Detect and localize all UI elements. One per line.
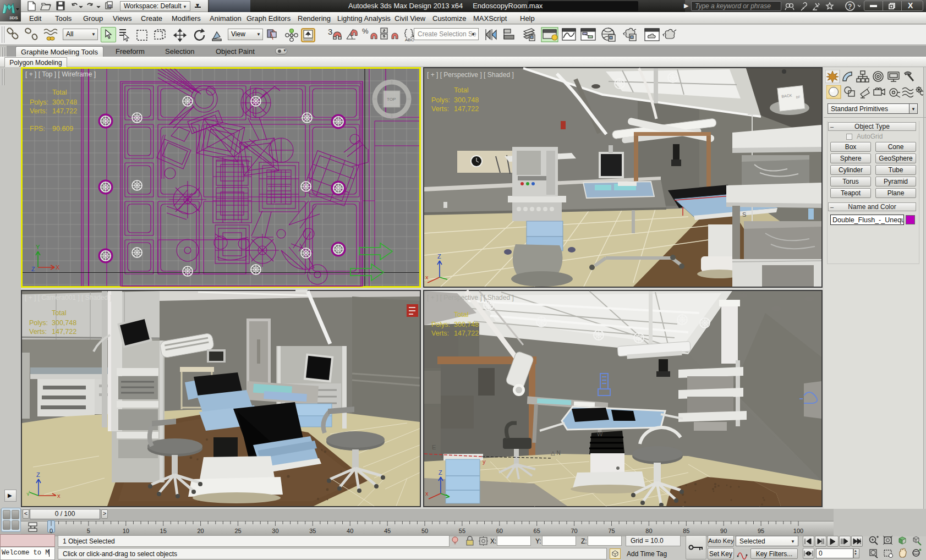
svg-text:85: 85 bbox=[683, 528, 689, 534]
svg-text:[ + ] [ Perspective ] [ Shaded: [ + ] [ Perspective ] [ Shaded ] bbox=[427, 294, 514, 301]
svg-text:S: S bbox=[742, 211, 746, 218]
svg-text:?: ? bbox=[848, 3, 852, 10]
svg-text:BF: BF bbox=[796, 95, 801, 99]
svg-text:3DS: 3DS bbox=[9, 15, 18, 20]
svg-text:FPS:: FPS: bbox=[30, 125, 45, 133]
svg-text:Total: Total bbox=[454, 86, 468, 94]
svg-text:300,748: 300,748 bbox=[52, 319, 76, 327]
svg-text:Z: Z bbox=[437, 253, 441, 260]
svg-text:30: 30 bbox=[272, 528, 278, 534]
svg-text:147,722: 147,722 bbox=[52, 328, 76, 336]
svg-text:147,722: 147,722 bbox=[454, 330, 479, 337]
svg-text:Polys:: Polys: bbox=[431, 96, 450, 104]
svg-text:75: 75 bbox=[608, 528, 615, 534]
svg-text:y: y bbox=[483, 458, 486, 465]
svg-text:Total: Total bbox=[52, 89, 67, 96]
svg-text:√: √ bbox=[26, 490, 30, 497]
svg-text:△ N: △ N bbox=[551, 450, 561, 456]
svg-text:80: 80 bbox=[645, 528, 652, 534]
svg-text:Polys:: Polys: bbox=[30, 98, 48, 106]
svg-text:Polys:: Polys: bbox=[431, 321, 450, 328]
svg-text:0: 0 bbox=[50, 528, 53, 534]
svg-text:Verts:: Verts: bbox=[30, 107, 47, 115]
svg-text:10: 10 bbox=[123, 528, 129, 534]
svg-text:x: x bbox=[425, 490, 429, 497]
svg-text:Y: Y bbox=[36, 244, 40, 250]
svg-text:x: x bbox=[57, 492, 61, 499]
svg-text:3: 3 bbox=[328, 27, 332, 36]
svg-text:90: 90 bbox=[720, 528, 727, 534]
svg-text:W: W bbox=[597, 431, 603, 437]
svg-text:60: 60 bbox=[496, 528, 503, 534]
svg-text:5: 5 bbox=[87, 528, 90, 534]
svg-text:Total: Total bbox=[52, 309, 66, 317]
svg-text:Verts:: Verts: bbox=[431, 105, 449, 113]
svg-text:[ + ] [ Camera001 ] [ Shaded ]: [ + ] [ Camera001 ] [ Shaded ] bbox=[25, 294, 112, 301]
svg-text:x: x bbox=[425, 274, 429, 281]
svg-text:Total: Total bbox=[454, 311, 468, 319]
svg-text:300,748: 300,748 bbox=[454, 96, 479, 104]
svg-text:Z: Z bbox=[439, 469, 442, 476]
svg-text:Polys:: Polys: bbox=[29, 319, 48, 327]
svg-text:35: 35 bbox=[309, 528, 316, 534]
svg-text:ABC: ABC bbox=[405, 37, 414, 42]
svg-text:147,722: 147,722 bbox=[454, 105, 479, 113]
svg-text:[ + ] [ Top ] [ Wireframe ]: [ + ] [ Top ] [ Wireframe ] bbox=[25, 70, 96, 78]
svg-text:25: 25 bbox=[234, 528, 241, 534]
svg-text:300,748: 300,748 bbox=[52, 98, 77, 106]
svg-text:Z: Z bbox=[36, 471, 40, 478]
svg-text:Verts:: Verts: bbox=[29, 328, 47, 336]
svg-text:E: E bbox=[432, 444, 436, 451]
svg-text:100: 100 bbox=[793, 528, 803, 534]
svg-text:45: 45 bbox=[384, 528, 391, 534]
svg-text:Verts:: Verts: bbox=[431, 330, 449, 337]
svg-text:40: 40 bbox=[347, 528, 353, 534]
svg-text:90.609: 90.609 bbox=[52, 125, 73, 133]
svg-text:TOP: TOP bbox=[387, 97, 396, 102]
svg-text:95: 95 bbox=[758, 528, 764, 534]
svg-text:20: 20 bbox=[197, 528, 204, 534]
svg-text:50: 50 bbox=[421, 528, 428, 534]
svg-text:Z: Z bbox=[31, 266, 35, 272]
svg-text:%: % bbox=[362, 27, 369, 35]
svg-text:147,722: 147,722 bbox=[52, 107, 77, 115]
svg-text:[ + ] [ Perspective ] [ Shaded: [ + ] [ Perspective ] [ Shaded ] bbox=[427, 71, 514, 79]
svg-text:X: X bbox=[56, 264, 60, 271]
svg-text:55: 55 bbox=[459, 528, 465, 534]
svg-text:15: 15 bbox=[160, 528, 167, 534]
svg-text:70: 70 bbox=[571, 528, 577, 534]
svg-text:300,748: 300,748 bbox=[454, 321, 479, 328]
svg-text:65: 65 bbox=[534, 528, 540, 534]
